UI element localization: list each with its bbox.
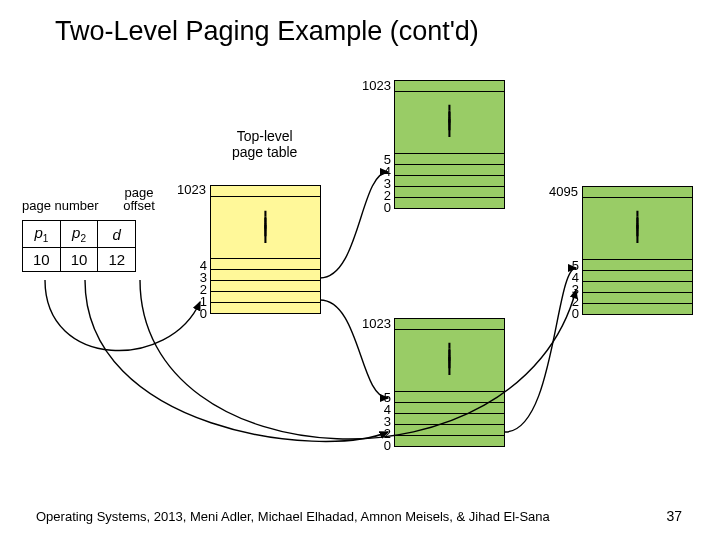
vdots-icon: ┆┆┆ <box>444 350 455 368</box>
n0: 0 <box>192 306 207 321</box>
cell-p1-bits: 10 <box>23 248 61 272</box>
slide-title: Two-Level Paging Example (cont'd) <box>55 16 479 47</box>
physical-page <box>582 186 693 315</box>
vdots-icon: ┆┆┆ <box>444 112 455 130</box>
page-number-label: page number <box>22 198 99 213</box>
inner-page-table-top <box>394 80 505 209</box>
vdots-icon: ┆┆┆ <box>260 218 271 236</box>
toplevel-1023: 1023 <box>176 182 206 197</box>
cell-d-bits: 12 <box>98 248 136 272</box>
page-4095: 4095 <box>544 184 578 199</box>
top-level-pt-label: Top-level page table <box>232 128 297 160</box>
top-level-page-table <box>210 185 321 314</box>
vdots-icon: ┆┆┆ <box>632 218 643 236</box>
n0: 0 <box>564 306 579 321</box>
cell-p2-bits: 10 <box>60 248 98 272</box>
footer-text: Operating Systems, 2013, Meni Adler, Mic… <box>36 509 550 524</box>
inner-bot-1023: 1023 <box>361 316 391 331</box>
inner-page-table-bottom <box>394 318 505 447</box>
inner-top-1023: 1023 <box>361 78 391 93</box>
slide-number: 37 <box>666 508 682 524</box>
n0: 0 <box>376 200 391 215</box>
cell-p2: p2 <box>60 221 98 248</box>
n0: 0 <box>376 438 391 453</box>
cell-p1: p1 <box>23 221 61 248</box>
cell-d: d <box>98 221 136 248</box>
address-breakdown-table: p1 p2 d 10 10 12 <box>22 220 136 272</box>
page-offset-label: page offset <box>116 186 162 212</box>
